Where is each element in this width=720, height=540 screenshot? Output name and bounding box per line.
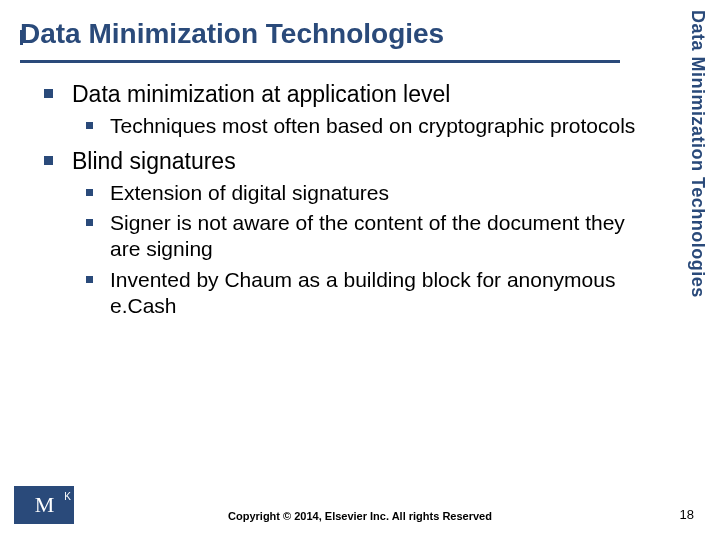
list-item: Signer is not aware of the content of th…: [72, 210, 642, 263]
sidebar-label: Data Minimization Technologies: [680, 10, 708, 410]
list-item: Extension of digital signatures: [72, 180, 642, 206]
copyright-text: Copyright © 2014, Elsevier Inc. All righ…: [0, 510, 720, 522]
bullet-list-level2: Extension of digital signatures Signer i…: [72, 180, 642, 319]
list-item: Invented by Chaum as a building block fo…: [72, 267, 642, 320]
bullet-list-level2: Techniques most often based on cryptogra…: [72, 113, 642, 139]
page-number: 18: [680, 507, 694, 522]
list-item: Techniques most often based on cryptogra…: [72, 113, 642, 139]
footer: M K Copyright © 2014, Elsevier Inc. All …: [0, 486, 720, 526]
bullet-text: Extension of digital signatures: [110, 181, 389, 204]
bullet-list-level1: Data minimization at application level T…: [42, 80, 642, 319]
bullet-text: Invented by Chaum as a building block fo…: [110, 268, 615, 317]
list-item: Blind signatures Extension of digital si…: [42, 147, 642, 319]
content-area: Data minimization at application level T…: [42, 80, 642, 327]
slide-title: Data Minimization Technologies: [20, 18, 620, 56]
list-item: Data minimization at application level T…: [42, 80, 642, 139]
title-underline: [20, 60, 620, 63]
bullet-text: Data minimization at application level: [72, 81, 450, 107]
logo-letter-k: K: [64, 491, 71, 502]
bullet-text: Blind signatures: [72, 148, 236, 174]
title-area: Data Minimization Technologies: [20, 18, 620, 56]
title-tick: [20, 30, 23, 45]
bullet-text: Techniques most often based on cryptogra…: [110, 114, 635, 137]
slide: Data Minimization Technologies Data Mini…: [0, 0, 720, 540]
bullet-text: Signer is not aware of the content of th…: [110, 211, 625, 260]
